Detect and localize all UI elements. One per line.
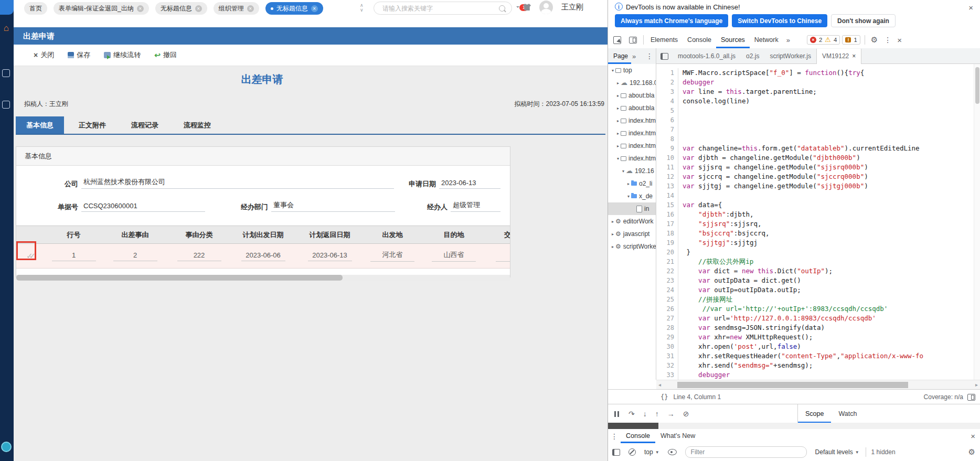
- table-cell[interactable]: 山西省: [422, 244, 486, 269]
- form-tab-流程监控[interactable]: 流程监控: [173, 116, 221, 134]
- company-field[interactable]: 杭州蓝然技术股份有限公司: [81, 177, 394, 189]
- table-cell[interactable]: 222: [168, 244, 230, 269]
- match-language-button[interactable]: Always match Chrome's language: [615, 14, 728, 27]
- tree-item[interactable]: ▸⚙editorWork: [608, 215, 656, 228]
- tree-arrow-icon[interactable]: ▸: [610, 244, 615, 249]
- navigator-scrollbar[interactable]: [608, 423, 658, 429]
- file-tab[interactable]: VM19122×: [816, 49, 861, 64]
- tab-watch[interactable]: Watch: [831, 404, 864, 423]
- tree-arrow-icon[interactable]: ▾: [626, 194, 631, 199]
- scroll-right-icon[interactable]: ▸: [975, 382, 978, 388]
- tree-arrow-icon[interactable]: ▸: [615, 119, 621, 123]
- line-number[interactable]: 3: [656, 87, 678, 97]
- tree-item[interactable]: ▸about:bla: [608, 89, 656, 102]
- pause-icon[interactable]: [614, 411, 619, 417]
- line-number[interactable]: 1: [656, 68, 678, 78]
- search-input[interactable]: [381, 4, 499, 13]
- form-tab-正文附件[interactable]: 正文附件: [68, 116, 116, 134]
- tree-item[interactable]: ▾x_de: [608, 190, 656, 202]
- line-number[interactable]: 8: [656, 134, 678, 144]
- line-number[interactable]: 2: [656, 78, 678, 87]
- line-number[interactable]: 12: [656, 172, 678, 181]
- line-number[interactable]: 21: [656, 257, 678, 266]
- home-icon[interactable]: ⌂: [2, 24, 10, 33]
- line-number[interactable]: 9: [656, 144, 678, 153]
- code-lines[interactable]: 1MWF.Macro.scriptSpace["f_0"] = function…: [656, 64, 974, 380]
- top-tab[interactable]: 首页: [24, 2, 47, 15]
- tab-page[interactable]: Page: [608, 49, 631, 64]
- line-number[interactable]: 23: [656, 276, 678, 285]
- continue-flow-button[interactable]: 继续流转: [104, 50, 141, 60]
- live-expression-icon[interactable]: [668, 449, 677, 455]
- tree-item[interactable]: ▾☁192.16: [608, 165, 656, 177]
- log-levels-dropdown[interactable]: Default levels ▼: [811, 448, 864, 456]
- line-number[interactable]: 14: [656, 191, 678, 200]
- table-h-scrollbar[interactable]: [16, 275, 510, 281]
- step-over-icon[interactable]: ↷: [624, 410, 639, 418]
- close-icon[interactable]: ×: [137, 5, 144, 12]
- devtools-close-icon[interactable]: ×: [894, 36, 907, 45]
- deactivate-breakpoints-icon[interactable]: ⊘: [679, 410, 694, 418]
- nav-more-icon[interactable]: »: [631, 52, 637, 60]
- tree-arrow-icon[interactable]: ▸: [626, 181, 631, 186]
- devtools-tab-elements[interactable]: Elements: [646, 31, 683, 48]
- settings-gear-icon[interactable]: ⚙: [867, 35, 881, 45]
- issues-badge[interactable]: ! 1: [842, 35, 860, 45]
- switch-chinese-button[interactable]: Switch DevTools to Chinese: [732, 14, 827, 27]
- console-sidebar-icon[interactable]: [612, 449, 620, 456]
- tab-scope[interactable]: Scope: [798, 404, 831, 423]
- line-number[interactable]: 16: [656, 210, 678, 219]
- more-tabs-icon[interactable]: »: [783, 36, 793, 44]
- line-number[interactable]: 33: [656, 370, 678, 380]
- top-tab[interactable]: 表单编辑-保证金退回_出纳×: [54, 2, 149, 15]
- save-button[interactable]: 保存: [68, 50, 90, 60]
- withdraw-button[interactable]: ↩ 撤回: [154, 50, 177, 60]
- console-settings-icon[interactable]: ⚙: [965, 447, 980, 457]
- table-cell[interactable]: 2023-06-06: [230, 244, 296, 269]
- line-number[interactable]: 25: [656, 295, 678, 304]
- line-number[interactable]: 29: [656, 333, 678, 342]
- drawer-tab[interactable]: Console: [621, 429, 655, 443]
- tree-arrow-icon[interactable]: ▾: [610, 68, 615, 73]
- tree-arrow-icon[interactable]: ▸: [610, 232, 615, 237]
- apps-icon[interactable]: [523, 4, 531, 10]
- tab-scroll-chevrons[interactable]: ∧∨: [360, 3, 364, 13]
- tree-item[interactable]: ▸o2_li: [608, 177, 656, 190]
- line-number[interactable]: 7: [656, 125, 678, 134]
- tree-arrow-icon[interactable]: ▸: [615, 144, 621, 148]
- tree-item[interactable]: ▸☁192.168.0: [608, 77, 656, 89]
- top-tab[interactable]: 组织管理×: [214, 2, 259, 15]
- table-cell[interactable]: 2023-06-13: [296, 244, 363, 269]
- toggle-navigator-icon[interactable]: [661, 53, 668, 60]
- devtools-tab-network[interactable]: Network: [750, 31, 783, 48]
- tree-arrow-icon[interactable]: ▸: [615, 93, 621, 98]
- doc-number-field[interactable]: CCSQ230600001: [81, 202, 205, 212]
- table-cell[interactable]: 河北省: [363, 244, 422, 269]
- line-number[interactable]: 13: [656, 181, 678, 191]
- file-tab[interactable]: o2.js: [741, 49, 764, 64]
- tree-arrow-icon[interactable]: ▾: [621, 169, 626, 174]
- clear-console-icon[interactable]: [629, 448, 636, 456]
- username[interactable]: 王立刚: [561, 3, 583, 12]
- tree-item[interactable]: ▸⚙javascript: [608, 228, 656, 240]
- line-number[interactable]: 20: [656, 248, 678, 257]
- app-logo[interactable]: [0, 0, 14, 15]
- line-number[interactable]: 26: [656, 304, 678, 314]
- errors-warnings-badge[interactable]: × 2 ⚠ 4: [807, 35, 840, 45]
- tree-item[interactable]: ▸index.htm: [608, 114, 656, 127]
- nav-kebab-icon[interactable]: ⋮: [643, 52, 656, 60]
- table-row[interactable]: ✓✓122222023-06-062023-06-13河北省山西省火车: [16, 244, 510, 269]
- module-icon[interactable]: [2, 69, 10, 77]
- console-filter-input[interactable]: [685, 446, 807, 458]
- scroll-left-icon[interactable]: ◂: [658, 382, 661, 388]
- close-icon[interactable]: ×: [195, 5, 202, 12]
- line-number[interactable]: 18: [656, 229, 678, 238]
- handler-field[interactable]: 超级管理: [451, 200, 500, 212]
- line-number[interactable]: 5: [656, 106, 678, 115]
- drawer-close-icon[interactable]: ×: [967, 432, 980, 441]
- table-cell[interactable]: 1: [46, 244, 102, 269]
- tree-item[interactable]: ▸index.htm: [608, 127, 656, 140]
- assistant-float-button[interactable]: [1, 442, 12, 452]
- device-toolbar-icon[interactable]: [629, 37, 637, 44]
- pretty-print-icon[interactable]: {}: [608, 393, 673, 401]
